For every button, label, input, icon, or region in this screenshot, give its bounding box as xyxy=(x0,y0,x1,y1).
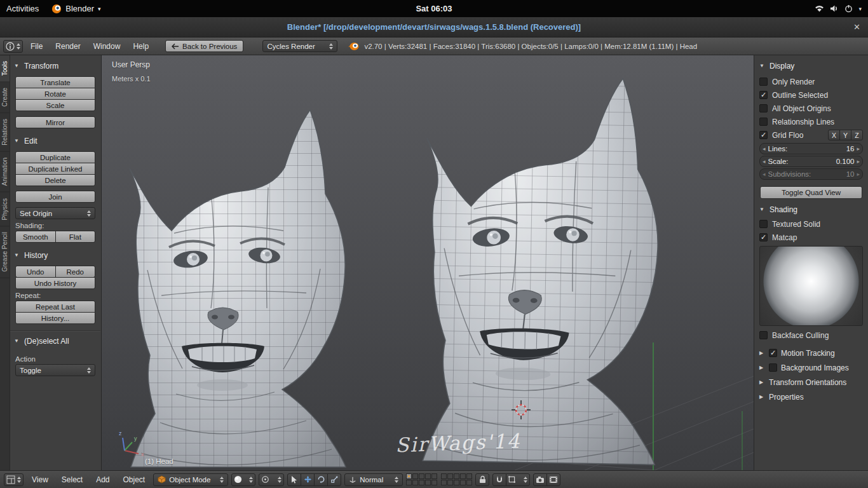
layer-toggle[interactable] xyxy=(431,480,437,485)
layer-toggle[interactable] xyxy=(447,480,453,485)
viewport-canvas[interactable]: x y z xyxy=(102,55,754,470)
layer-toggle[interactable] xyxy=(441,480,447,485)
render-engine-select[interactable]: Cycles Render xyxy=(262,40,337,52)
axis-y-button[interactable]: Y xyxy=(839,130,851,140)
snap-element-select[interactable] xyxy=(506,473,530,486)
delete-button[interactable]: Delete xyxy=(15,174,95,186)
join-button[interactable]: Join xyxy=(15,191,95,203)
mirror-button[interactable]: Mirror xyxy=(15,116,95,128)
info-editor-type-button[interactable] xyxy=(3,40,23,53)
grid-floor-checkbox[interactable]: ✓ xyxy=(759,131,768,139)
layer-toggle[interactable] xyxy=(466,473,472,479)
step-right-icon[interactable]: ▸ xyxy=(857,158,860,165)
clock[interactable]: Sat 06:03 xyxy=(416,4,452,13)
manipulator-translate-button[interactable] xyxy=(301,473,315,486)
undo-button[interactable]: Undo xyxy=(15,266,56,278)
menu-add[interactable]: Add xyxy=(91,471,114,488)
layer-toggle[interactable] xyxy=(460,473,466,479)
layer-toggle[interactable] xyxy=(419,473,424,479)
pivot-point-select[interactable] xyxy=(259,473,284,486)
layer-toggle[interactable] xyxy=(447,473,453,479)
viewport-editor-type-button[interactable] xyxy=(4,473,24,486)
viewport-3d[interactable]: x y z User Persp Meters x 0.1 (1) Head S… xyxy=(102,55,754,470)
shade-smooth-button[interactable]: Smooth xyxy=(15,231,56,243)
render-still-button[interactable] xyxy=(533,473,547,486)
activities-button[interactable]: Activities xyxy=(0,0,45,17)
manipulator-rotate-button[interactable] xyxy=(314,473,328,486)
snap-toggle-button[interactable] xyxy=(492,473,506,486)
tab-relations[interactable]: Relations xyxy=(0,113,10,152)
panel-header-transform-orientations[interactable]: ▶ Transform Orientations xyxy=(759,375,863,390)
matcap-checkbox[interactable]: ✓ xyxy=(759,233,768,241)
scale-button[interactable]: Scale xyxy=(15,99,95,111)
panel-header-background-images[interactable]: ▶ ✓ Background Images xyxy=(759,360,863,375)
background-images-checkbox[interactable]: ✓ xyxy=(769,363,777,372)
grid-scale-field[interactable]: ◂ Scale: 0.100 ▸ xyxy=(759,156,863,167)
window-close-button[interactable]: ✕ xyxy=(853,22,860,32)
tab-tools[interactable]: Tools xyxy=(0,55,10,82)
panel-header-motion-tracking[interactable]: ▶ ✓ Motion Tracking xyxy=(759,346,863,360)
action-toggle-menu[interactable]: Toggle xyxy=(15,364,95,376)
menu-help[interactable]: Help xyxy=(128,40,154,53)
all-object-origins-checkbox[interactable]: ✓ xyxy=(759,104,768,112)
menu-select[interactable]: Select xyxy=(57,471,88,488)
manipulator-pointer-button[interactable] xyxy=(287,473,301,486)
panel-header-properties[interactable]: ▶ Properties xyxy=(759,390,863,404)
step-left-icon[interactable]: ◂ xyxy=(763,146,766,152)
layer-toggle[interactable] xyxy=(406,480,412,485)
layer-toggle[interactable] xyxy=(412,473,418,479)
grid-lines-field[interactable]: ◂ Lines: 16 ▸ xyxy=(759,143,863,154)
menu-file[interactable]: File xyxy=(25,40,48,53)
set-origin-menu[interactable]: Set Origin xyxy=(15,207,95,219)
axis-z-button[interactable]: Z xyxy=(851,130,863,140)
toggle-quad-view-button[interactable]: Toggle Quad View xyxy=(760,186,862,199)
layer-toggle[interactable] xyxy=(419,480,424,485)
back-to-previous-button[interactable]: Back to Previous xyxy=(165,40,243,52)
duplicate-button[interactable]: Duplicate xyxy=(15,151,95,163)
tab-animation[interactable]: Animation xyxy=(0,152,10,192)
redo-button[interactable]: Redo xyxy=(55,266,96,278)
layer-toggle[interactable] xyxy=(454,473,459,479)
repeat-last-button[interactable]: Repeat Last xyxy=(15,301,95,313)
lock-to-scene-button[interactable] xyxy=(475,473,489,486)
panel-header-display[interactable]: ▼ Display xyxy=(759,59,863,72)
layer-toggle[interactable] xyxy=(425,480,431,485)
history-more-button[interactable]: History... xyxy=(15,312,95,324)
app-menu[interactable]: Blender ▾ xyxy=(45,0,107,17)
layer-toggle[interactable] xyxy=(441,473,447,479)
transform-orientation-select[interactable]: Normal xyxy=(344,473,403,486)
layer-toggle[interactable] xyxy=(406,473,412,479)
outline-selected-checkbox[interactable]: ✓ xyxy=(759,91,768,99)
step-right-icon[interactable]: ▸ xyxy=(857,146,860,152)
backface-culling-checkbox[interactable]: ✓ xyxy=(759,331,768,339)
panel-header-transform[interactable]: ▼ Transform xyxy=(14,59,97,72)
panel-header-deselect-all[interactable]: ▼ (De)select All xyxy=(14,334,97,348)
relationship-lines-checkbox[interactable]: ✓ xyxy=(759,118,768,126)
tab-grease-pencil[interactable]: Grease Pencil xyxy=(0,226,10,278)
interaction-mode-select[interactable]: Object Mode xyxy=(153,473,228,486)
duplicate-linked-button[interactable]: Duplicate Linked xyxy=(15,163,95,175)
step-left-icon[interactable]: ◂ xyxy=(763,158,766,165)
panel-header-edit[interactable]: ▼ Edit xyxy=(14,134,97,147)
layer-toggle[interactable] xyxy=(412,480,418,485)
matcap-preview[interactable] xyxy=(759,246,863,326)
shade-flat-button[interactable]: Flat xyxy=(55,231,96,243)
menu-render[interactable]: Render xyxy=(50,40,85,53)
shelf-divider[interactable] xyxy=(10,330,100,332)
tab-physics[interactable]: Physics xyxy=(0,193,10,226)
manipulator-scale-button[interactable] xyxy=(327,473,341,486)
layer-toggle[interactable] xyxy=(431,473,437,479)
render-animation-button[interactable] xyxy=(546,473,560,486)
motion-tracking-checkbox[interactable]: ✓ xyxy=(769,349,777,357)
menu-window[interactable]: Window xyxy=(88,40,126,53)
layer-toggle[interactable] xyxy=(466,480,472,485)
layer-toggle[interactable] xyxy=(460,480,466,485)
only-render-checkbox[interactable]: ✓ xyxy=(759,78,768,86)
undo-history-button[interactable]: Undo History xyxy=(15,277,95,289)
panel-header-history[interactable]: ▼ History xyxy=(14,248,97,262)
rotate-button[interactable]: Rotate xyxy=(15,88,95,100)
tab-create[interactable]: Create xyxy=(0,82,10,113)
panel-header-shading[interactable]: ▼ Shading xyxy=(759,203,863,216)
layers-group-1[interactable] xyxy=(406,473,437,485)
viewport-shading-select[interactable] xyxy=(231,473,255,486)
